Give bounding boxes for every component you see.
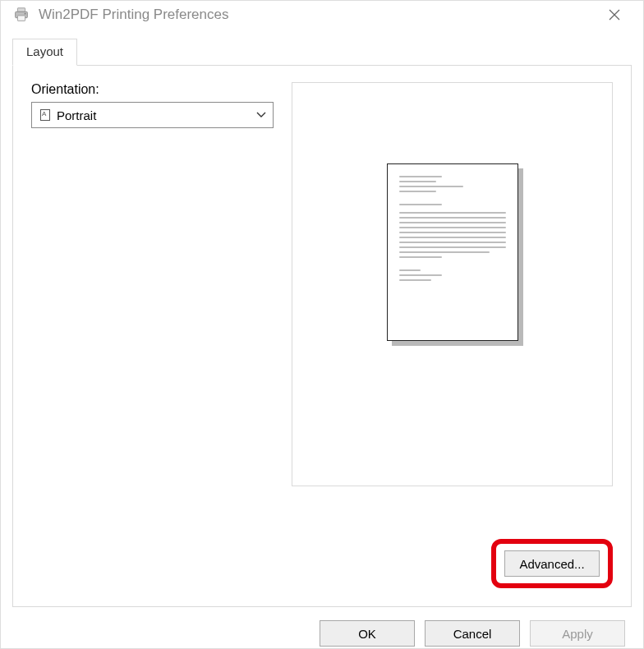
cancel-button[interactable]: Cancel	[425, 620, 520, 647]
advanced-button[interactable]: Advanced...	[504, 550, 600, 577]
window-title: Win2PDF Printing Preferences	[39, 7, 228, 23]
printer-icon	[12, 6, 30, 24]
orientation-value: Portrait	[57, 108, 250, 122]
close-button[interactable]	[596, 2, 633, 28]
svg-rect-2	[17, 15, 25, 20]
tab-label: Layout	[26, 44, 63, 58]
chevron-down-icon	[256, 112, 266, 118]
orientation-combobox[interactable]: A Portrait	[31, 102, 274, 128]
tab-layout[interactable]: Layout	[12, 39, 77, 66]
portrait-icon: A	[40, 109, 50, 121]
tab-panel-layout: Orientation: A Portrait	[12, 65, 632, 607]
orientation-group: Orientation: A Portrait	[31, 82, 274, 527]
dialog-button-bar: OK Cancel Apply	[1, 619, 643, 648]
tab-strip: Layout	[12, 38, 632, 65]
svg-rect-0	[17, 7, 25, 12]
client-area: Layout Orientation: A Portrait	[1, 28, 643, 619]
svg-point-3	[25, 12, 26, 14]
apply-button[interactable]: Apply	[530, 620, 625, 647]
page-preview-graphic	[387, 163, 518, 341]
orientation-label: Orientation:	[31, 82, 274, 97]
panel-body: Orientation: A Portrait	[31, 82, 613, 527]
advanced-row: Advanced...	[31, 539, 613, 588]
dialog-window: Win2PDF Printing Preferences Layout Orie…	[0, 0, 644, 649]
titlebar: Win2PDF Printing Preferences	[1, 1, 643, 28]
page-preview	[292, 82, 613, 486]
ok-button[interactable]: OK	[320, 620, 415, 647]
highlight-ring: Advanced...	[491, 539, 613, 588]
